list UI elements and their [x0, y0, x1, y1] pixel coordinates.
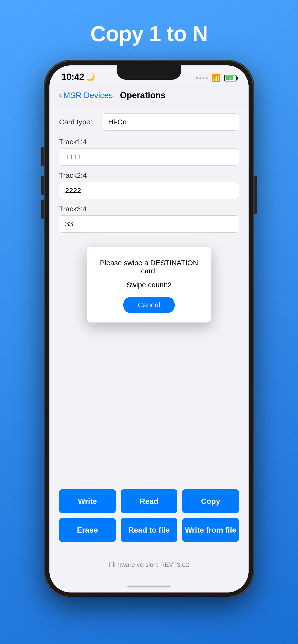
button-row-1: Write Read Copy	[59, 489, 239, 513]
copy-button[interactable]: Copy	[182, 489, 239, 513]
phone-screen: 10:42 🌙 📶 ⚡ ‹ MSR Dev	[49, 66, 249, 592]
signal-icon	[196, 77, 208, 79]
dialog-overlay: Please swipe a DESTINATION card! Swipe c…	[49, 106, 249, 482]
firmware-footer: Firmware version: REVT3.02	[49, 554, 249, 580]
page-title-text: Copy 1 to N	[90, 22, 208, 46]
wifi-icon: 📶	[211, 74, 220, 82]
chevron-left-icon: ‹	[59, 91, 62, 100]
content-area: Card type: Hi-Co Track1:4 1111 Track2:4 …	[49, 106, 249, 482]
read-to-file-button[interactable]: Read to file	[121, 518, 178, 542]
nav-bar: ‹ MSR Devices Operations	[49, 84, 249, 106]
dialog-swipe-count: Swipe count:2	[126, 281, 172, 289]
battery-bolt-icon: ⚡	[228, 76, 233, 81]
buttons-section: Write Read Copy Erase Read to file Write…	[49, 482, 249, 554]
phone-frame: 10:42 🌙 📶 ⚡ ‹ MSR Dev	[45, 60, 253, 597]
notch	[117, 66, 181, 80]
firmware-version-text: Firmware version: REVT3.02	[109, 561, 189, 568]
status-icons: 📶 ⚡	[196, 74, 237, 82]
button-row-2: Erase Read to file Write from file	[59, 518, 239, 542]
write-button[interactable]: Write	[59, 489, 116, 513]
dialog-message: Please swipe a DESTINATION card!	[96, 259, 202, 275]
moon-icon: 🌙	[86, 73, 95, 81]
home-bar	[127, 586, 171, 588]
home-indicator	[49, 580, 249, 592]
dialog-cancel-button[interactable]: Cancel	[123, 297, 175, 313]
dialog-box: Please swipe a DESTINATION card! Swipe c…	[87, 247, 211, 322]
read-button[interactable]: Read	[121, 489, 178, 513]
write-from-file-button[interactable]: Write from file	[182, 518, 239, 542]
status-time: 10:42	[61, 72, 84, 82]
erase-button[interactable]: Erase	[59, 518, 116, 542]
battery-icon: ⚡	[224, 75, 237, 82]
back-button[interactable]: ‹ MSR Devices	[59, 90, 113, 100]
back-label: MSR Devices	[63, 90, 113, 100]
nav-title: Operations	[120, 90, 166, 100]
